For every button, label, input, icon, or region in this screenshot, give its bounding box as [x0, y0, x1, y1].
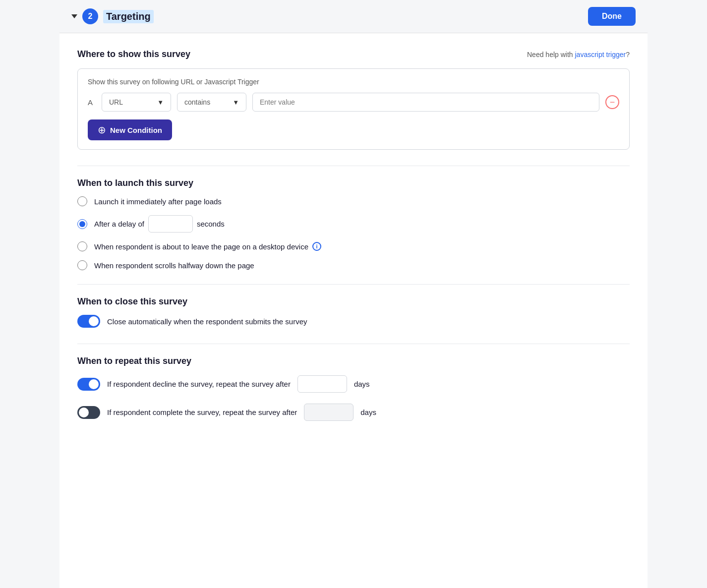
repeat-complete-label-prefix: If respondent complete the survey, repea… [107, 408, 297, 416]
remove-condition-button[interactable]: − [605, 95, 619, 109]
where-section-title: Where to show this survey [77, 49, 190, 59]
repeat-decline-label-prefix: If respondent decline the survey, repeat… [107, 380, 291, 388]
launch-section-title: When to launch this survey [77, 178, 630, 188]
close-toggle[interactable] [77, 315, 100, 328]
immediately-radio[interactable] [77, 196, 87, 206]
launch-option-scroll: When respondent scrolls halfway down the… [77, 260, 630, 270]
content-area: Where to show this survey Need help with… [59, 33, 648, 453]
launch-option-immediately: Launch it immediately after page loads [77, 196, 630, 206]
repeat-row-decline: If respondent decline the survey, repeat… [77, 375, 630, 393]
close-section-title: When to close this survey [77, 296, 630, 307]
repeat-decline-input[interactable]: 30 [297, 375, 347, 393]
close-toggle-slider [77, 315, 100, 328]
launch-option-delay: After a delay of 5 seconds [77, 215, 630, 233]
immediately-label: Launch it immediately after page loads [94, 197, 222, 206]
info-icon[interactable]: i [312, 242, 321, 251]
url-dropdown-arrow-icon: ▼ [157, 99, 164, 106]
contains-dropdown[interactable]: contains ▼ [177, 93, 246, 112]
where-section: Where to show this survey Need help with… [77, 49, 630, 150]
repeat-complete-toggle[interactable] [77, 406, 100, 419]
plus-icon: ⊕ [98, 125, 106, 135]
scroll-label: When respondent scrolls halfway down the… [94, 261, 254, 270]
repeat-decline-toggle[interactable] [77, 378, 100, 391]
contains-dropdown-arrow-icon: ▼ [233, 99, 239, 106]
delay-input[interactable]: 5 [148, 215, 193, 233]
repeat-complete-label-suffix: days [360, 408, 376, 416]
repeat-rows: If respondent decline the survey, repeat… [77, 375, 630, 421]
done-button[interactable]: Done [588, 7, 636, 26]
targeting-box: Show this survey on following URL or Jav… [77, 68, 630, 150]
url-dropdown[interactable]: URL ▼ [102, 93, 171, 112]
repeat-complete-input[interactable]: 30 [304, 404, 354, 421]
section-divider-3 [77, 344, 630, 344]
delay-label: After a delay of 5 seconds [94, 215, 225, 233]
where-section-header: Where to show this survey Need help with… [77, 49, 630, 59]
repeat-decline-toggle-slider [77, 378, 100, 391]
repeat-section-title: When to repeat this survey [77, 356, 630, 366]
step-badge: 2 [82, 8, 98, 24]
targeting-box-label: Show this survey on following URL or Jav… [88, 78, 619, 86]
leave-label: When respondent is about to leave the pa… [94, 242, 321, 251]
contains-dropdown-label: contains [184, 98, 229, 106]
header-left: 2 Targeting [71, 8, 582, 24]
repeat-decline-label-suffix: days [354, 380, 370, 388]
close-toggle-row: Close automatically when the respondent … [77, 315, 630, 328]
repeat-section: When to repeat this survey If respondent… [77, 356, 630, 421]
chevron-down-icon[interactable] [71, 14, 77, 18]
value-input[interactable] [252, 93, 599, 112]
page-title: Targeting [103, 10, 154, 23]
condition-row-a: A URL ▼ contains ▼ − [88, 93, 619, 112]
help-text: Need help with javascript trigger? [527, 51, 630, 59]
section-divider-2 [77, 284, 630, 285]
launch-radio-group: Launch it immediately after page loads A… [77, 196, 630, 270]
condition-letter-a: A [88, 98, 96, 107]
section-divider-1 [77, 166, 630, 166]
close-toggle-label: Close automatically when the respondent … [107, 317, 307, 326]
url-dropdown-label: URL [109, 98, 153, 106]
javascript-trigger-link[interactable]: javascript trigger [575, 51, 626, 59]
launch-section: When to launch this survey Launch it imm… [77, 178, 630, 270]
delay-radio[interactable] [77, 219, 87, 229]
new-condition-button[interactable]: ⊕ New Condition [88, 119, 172, 140]
close-section: When to close this survey Close automati… [77, 296, 630, 328]
header: 2 Targeting Done [59, 0, 648, 33]
leave-radio[interactable] [77, 241, 87, 251]
repeat-row-complete: If respondent complete the survey, repea… [77, 404, 630, 421]
minus-icon: − [610, 98, 615, 107]
scroll-radio[interactable] [77, 260, 87, 270]
launch-option-leave: When respondent is about to leave the pa… [77, 241, 630, 251]
repeat-complete-toggle-slider [77, 406, 100, 419]
